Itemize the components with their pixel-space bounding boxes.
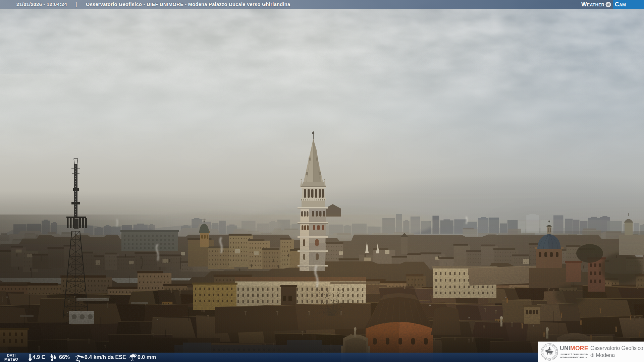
svg-text:1175: 1175 — [548, 358, 551, 359]
